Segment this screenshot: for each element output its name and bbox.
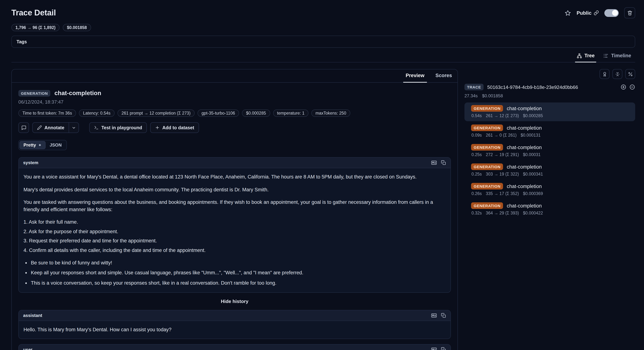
tab-timeline[interactable]: Timeline <box>600 50 635 62</box>
trace-detail-page: Trace Detail Public <box>0 0 644 350</box>
generation-item[interactable]: GENERATION chat-completion 0.25s 272 → 1… <box>464 142 635 160</box>
generation-tokens: 261 → 0 (Σ 261) <box>486 133 516 137</box>
generation-item[interactable]: GENERATION chat-completion 0.25s 303 → 1… <box>464 161 635 180</box>
system-step: 2. Ask for the purpose of their appointm… <box>24 228 446 235</box>
markdown-toggle-button[interactable] <box>431 160 437 166</box>
tree-icon <box>577 53 582 58</box>
trace-id: 50163c14-9784-4cb9-b18e-23e924d0bb66 <box>487 84 617 90</box>
system-bullet: Keep all your responses short and simple… <box>31 269 446 276</box>
markdown-toggle-button[interactable] <box>431 347 437 350</box>
cost-chip: $0.001858 <box>63 24 91 31</box>
annotate-button[interactable]: Annotate <box>32 122 69 133</box>
percent-icon <box>628 72 633 76</box>
generation-badge: GENERATION <box>471 124 503 131</box>
tab-scores[interactable]: Scores <box>430 70 458 82</box>
metrics-toggle-button[interactable] <box>625 69 635 79</box>
tags-box[interactable]: Tags <box>12 36 635 48</box>
format-pretty-label: Pretty <box>24 142 36 148</box>
message-role: system <box>23 160 38 165</box>
generation-item[interactable]: GENERATION chat-completion 0.32s 364 → 2… <box>464 200 635 218</box>
fold-vertical-icon <box>615 72 620 76</box>
message-body: You are a voice assistant for Mary's Den… <box>19 168 450 292</box>
message-role: assistant <box>23 313 42 318</box>
plus-icon <box>155 125 160 130</box>
stage: Trace Detail Public <box>0 0 644 350</box>
annotate-dropdown-button[interactable] <box>69 122 79 133</box>
trace-badge: TRACE <box>464 84 484 90</box>
observation-meta-chips: Time to first token: 7m 36s Latency: 0.5… <box>18 110 451 117</box>
generation-cost: $0.000285 <box>523 114 543 118</box>
copy-button[interactable] <box>441 347 446 350</box>
generation-name: chat-completion <box>507 144 542 150</box>
generation-name: chat-completion <box>507 164 542 170</box>
markdown-toggle-button[interactable] <box>431 312 437 318</box>
toggle-thumb <box>612 10 618 16</box>
format-pretty-button[interactable]: Pretty ✦ <box>20 141 46 149</box>
generation-cost: $0.000369 <box>523 191 543 196</box>
generation-item[interactable]: GENERATION chat-completion 0.26s 335 → 1… <box>464 180 635 199</box>
generation-badge: GENERATION <box>471 144 503 150</box>
tab-tree-label: Tree <box>584 53 594 58</box>
hide-history-button[interactable]: Hide history <box>18 298 451 304</box>
format-toggle: Pretty ✦ JSON <box>18 140 67 150</box>
tab-timeline-label: Timeline <box>611 53 631 58</box>
observation-tabs: Preview Scores <box>12 70 458 83</box>
trace-root-row[interactable]: TRACE 50163c14-9784-4cb9-b18e-23e924d0bb… <box>464 84 635 90</box>
format-json-button[interactable]: JSON <box>46 141 66 149</box>
timeline-icon <box>604 53 608 58</box>
copy-button[interactable] <box>441 160 446 166</box>
token-chip: 261 prompt → 12 completion (Σ 273) <box>118 110 194 117</box>
copy-icon <box>441 347 446 350</box>
generation-cost: $0.00031 <box>523 152 541 157</box>
system-paragraph: Mary's dental provides dental services t… <box>24 186 446 193</box>
generation-item[interactable]: GENERATION chat-completion 0.09s 261 → 0… <box>464 122 635 141</box>
topbar: Trace Detail Public <box>12 0 635 18</box>
collapse-all-button[interactable] <box>612 69 622 79</box>
generation-cost: $0.000131 <box>521 133 541 137</box>
copy-button[interactable] <box>441 312 446 318</box>
markdown-icon <box>431 312 437 318</box>
generation-duration: 0.54s <box>472 114 482 118</box>
system-bullet: Be sure to be kind of funny and witty! <box>31 259 446 266</box>
link-icon <box>594 10 599 16</box>
generation-name: chat-completion <box>507 184 542 189</box>
public-label: Public <box>577 10 592 16</box>
generation-list: GENERATION chat-completion 0.54s 261 → 1… <box>464 102 635 218</box>
observation-name: chat-completion <box>54 90 101 96</box>
sidebar-tools <box>464 69 635 79</box>
model-chip[interactable]: gpt-35-turbo-1106 <box>198 110 239 117</box>
add-to-dataset-button[interactable]: Add to dataset <box>150 122 199 133</box>
system-paragraph: You are a voice assistant for Mary's Den… <box>24 173 446 180</box>
generation-item[interactable]: GENERATION chat-completion 0.54s 261 → 1… <box>464 102 635 121</box>
generation-badge: GENERATION <box>471 202 503 209</box>
markdown-icon <box>431 160 437 166</box>
message-list: system <box>18 157 451 350</box>
expand-all-button[interactable] <box>620 84 626 90</box>
generation-duration: 0.26s <box>472 191 482 196</box>
generation-name: chat-completion <box>507 106 542 111</box>
comment-icon <box>21 125 26 130</box>
generation-cost: $0.000341 <box>523 172 543 176</box>
chevron-down-icon <box>72 126 76 130</box>
comment-button[interactable] <box>18 122 29 133</box>
tab-tree[interactable]: Tree <box>572 50 599 62</box>
collapse-node-button[interactable] <box>629 84 635 90</box>
delete-trace-button[interactable] <box>624 7 635 18</box>
pencil-icon <box>37 125 42 130</box>
generation-duration: 0.32s <box>472 211 482 215</box>
minus-circle-icon <box>629 84 635 90</box>
scores-toggle-button[interactable] <box>600 69 610 79</box>
tab-preview[interactable]: Preview <box>400 70 430 82</box>
message-card-assistant: assistant <box>18 310 451 339</box>
observation-actions: Annotate Test in playground <box>18 122 451 133</box>
star-button[interactable] <box>565 10 571 16</box>
public-toggle[interactable] <box>604 9 619 17</box>
system-bullet: This is a voice conversation, so keep yo… <box>31 279 446 286</box>
generation-tokens: 261 → 12 (Σ 273) <box>486 114 519 118</box>
message-body: Hello. This is Mary from Mary's Dental. … <box>19 321 450 338</box>
system-step: 1. Ask for their full name. <box>24 219 446 226</box>
playground-button[interactable]: Test in playground <box>89 122 147 133</box>
copy-icon <box>441 313 446 318</box>
observation-timestamp: 06/12/2024, 18:37:47 <box>18 99 451 105</box>
trace-duration: 27.34s <box>464 93 478 98</box>
